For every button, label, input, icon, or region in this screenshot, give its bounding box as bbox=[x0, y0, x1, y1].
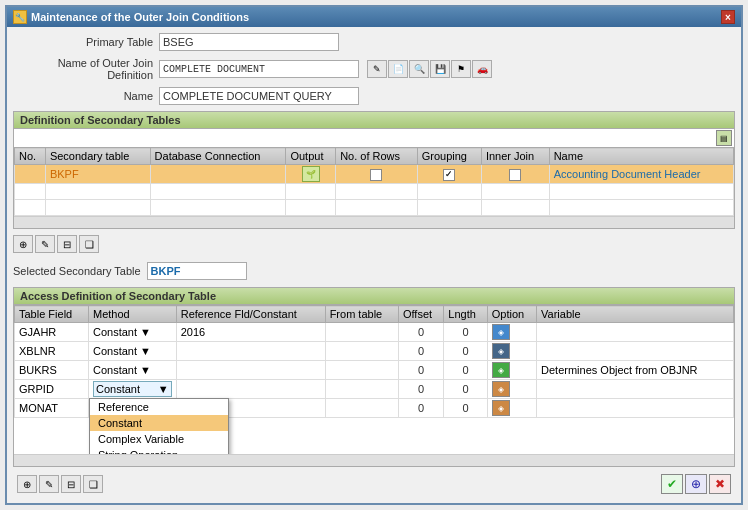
col-no-rows: No. of Rows bbox=[336, 148, 418, 165]
variable-monat bbox=[537, 399, 734, 418]
option-bukrs[interactable]: ◈ bbox=[487, 361, 536, 380]
option-monat[interactable]: ◈ bbox=[487, 399, 536, 418]
option-icon-gjahr[interactable]: ◈ bbox=[492, 324, 510, 340]
variable-grpid bbox=[537, 380, 734, 399]
acc-delete-icon[interactable]: ⊟ bbox=[61, 475, 81, 493]
option-grpid[interactable]: ◈ bbox=[487, 380, 536, 399]
length-gjahr: 0 bbox=[444, 323, 487, 342]
ref-xblnr[interactable] bbox=[176, 342, 325, 361]
table-row-empty1 bbox=[15, 184, 734, 200]
option-icon-grpid[interactable]: ◈ bbox=[492, 381, 510, 397]
method-grpid[interactable]: Constant▼ Reference Constant Complex Var… bbox=[89, 380, 177, 399]
edit-icon[interactable]: ✎ bbox=[367, 60, 387, 78]
car-icon[interactable]: 🚗 bbox=[472, 60, 492, 78]
primary-table-input[interactable] bbox=[159, 33, 339, 51]
length-bukrs: 0 bbox=[444, 361, 487, 380]
ref-gjahr[interactable]: 2016 bbox=[176, 323, 325, 342]
option-xblnr[interactable]: ◈ bbox=[487, 342, 536, 361]
output-icon[interactable]: 🌱 bbox=[302, 166, 320, 182]
window-icon: 🔧 bbox=[13, 10, 27, 24]
acc-row-bukrs: BUKRS Constant ▼ 0 0 ◈ Determines Object… bbox=[15, 361, 734, 380]
doc-icon[interactable]: 📄 bbox=[388, 60, 408, 78]
access-scrollbar-h[interactable] bbox=[14, 454, 734, 466]
selected-secondary-input[interactable] bbox=[147, 262, 247, 280]
cell-innerjoin[interactable] bbox=[481, 165, 549, 184]
confirm-close-button[interactable]: ✖ bbox=[709, 474, 731, 494]
dropdown-string-operation[interactable]: String Operation bbox=[90, 447, 228, 454]
confirm-info-button[interactable]: ⊕ bbox=[685, 474, 707, 494]
search-icon[interactable]: 🔍 bbox=[409, 60, 429, 78]
cell-db bbox=[150, 165, 286, 184]
corner-btn[interactable]: ▤ bbox=[716, 130, 732, 146]
selected-secondary-row: Selected Secondary Table bbox=[13, 262, 735, 280]
variable-xblnr bbox=[537, 342, 734, 361]
window-title: Maintenance of the Outer Join Conditions bbox=[31, 11, 249, 23]
method-gjahr[interactable]: Constant ▼ bbox=[89, 323, 177, 342]
innerjoin-checkbox[interactable] bbox=[509, 169, 521, 181]
col-db-connection: Database Connection bbox=[150, 148, 286, 165]
outer-join-input[interactable] bbox=[159, 60, 359, 78]
ref-bukrs[interactable] bbox=[176, 361, 325, 380]
save-icon[interactable]: 💾 bbox=[430, 60, 450, 78]
edit-row-icon[interactable]: ✎ bbox=[35, 235, 55, 253]
grouping-checkbox[interactable]: ✓ bbox=[443, 169, 455, 181]
secondary-bottom-toolbar: ⊕ ✎ ⊟ ❑ bbox=[13, 233, 735, 255]
cell-no bbox=[15, 165, 46, 184]
delete-row-icon[interactable]: ⊟ bbox=[57, 235, 77, 253]
secondary-tables-section: Definition of Secondary Tables ▤ No. Sec… bbox=[13, 111, 735, 229]
name-input[interactable] bbox=[159, 87, 359, 105]
col-no: No. bbox=[15, 148, 46, 165]
flag-icon[interactable]: ⚑ bbox=[451, 60, 471, 78]
table-row-empty2 bbox=[15, 200, 734, 216]
cell-table[interactable]: BKPF bbox=[45, 165, 150, 184]
method-bukrs[interactable]: Constant ▼ bbox=[89, 361, 177, 380]
option-icon-xblnr[interactable]: ◈ bbox=[492, 343, 510, 359]
method-dropdown[interactable]: Reference Constant Complex Variable Stri… bbox=[89, 398, 229, 454]
method-xblnr[interactable]: Constant ▼ bbox=[89, 342, 177, 361]
dropdown-constant[interactable]: Constant bbox=[90, 415, 228, 431]
dropdown-complex-variable[interactable]: Complex Variable bbox=[90, 431, 228, 447]
secondary-tables-header: Definition of Secondary Tables bbox=[14, 112, 734, 129]
name-row: Name bbox=[13, 87, 735, 105]
cell-grouping[interactable]: ✓ bbox=[417, 165, 481, 184]
access-bottom-toolbar: ⊕ ✎ ⊟ ❑ bbox=[17, 473, 103, 495]
secondary-tables-container: No. Secondary table Database Connection … bbox=[14, 147, 734, 216]
option-gjahr[interactable]: ◈ bbox=[487, 323, 536, 342]
acc-copy-icon[interactable]: ❑ bbox=[83, 475, 103, 493]
variable-bukrs: Determines Object from OBJNR bbox=[537, 361, 734, 380]
main-window: 🔧 Maintenance of the Outer Join Conditio… bbox=[5, 5, 743, 505]
acc-edit-icon[interactable]: ✎ bbox=[39, 475, 59, 493]
field-bukrs: BUKRS bbox=[15, 361, 89, 380]
offset-grpid: 0 bbox=[398, 380, 443, 399]
cell-output[interactable]: 🌱 bbox=[286, 165, 336, 184]
offset-gjahr: 0 bbox=[398, 323, 443, 342]
add-row-icon[interactable]: ⊕ bbox=[13, 235, 33, 253]
acc-col-field: Table Field bbox=[15, 306, 89, 323]
length-monat: 0 bbox=[444, 399, 487, 418]
access-table-container[interactable]: Table Field Method Reference Fld/Constan… bbox=[14, 305, 734, 454]
table-row[interactable]: BKPF 🌱 ✓ bbox=[15, 165, 734, 184]
scrollbar-h[interactable] bbox=[14, 216, 734, 228]
field-gjahr: GJAHR bbox=[15, 323, 89, 342]
acc-add-icon[interactable]: ⊕ bbox=[17, 475, 37, 493]
offset-xblnr: 0 bbox=[398, 342, 443, 361]
acc-col-from: From table bbox=[325, 306, 398, 323]
confirm-check-button[interactable]: ✔ bbox=[661, 474, 683, 494]
acc-col-offset: Offset bbox=[398, 306, 443, 323]
name-label: Name bbox=[13, 90, 153, 102]
acc-col-method: Method bbox=[89, 306, 177, 323]
ref-grpid[interactable] bbox=[176, 380, 325, 399]
close-button[interactable]: × bbox=[721, 10, 735, 24]
option-icon-bukrs[interactable]: ◈ bbox=[492, 362, 510, 378]
cell-norows[interactable] bbox=[336, 165, 418, 184]
col-name: Name bbox=[549, 148, 733, 165]
dropdown-reference[interactable]: Reference bbox=[90, 399, 228, 415]
copy-row-icon[interactable]: ❑ bbox=[79, 235, 99, 253]
access-section: Access Definition of Secondary Table Tab… bbox=[13, 287, 735, 467]
acc-row-xblnr: XBLNR Constant ▼ 0 0 ◈ bbox=[15, 342, 734, 361]
norows-checkbox[interactable] bbox=[370, 169, 382, 181]
option-icon-monat[interactable]: ◈ bbox=[492, 400, 510, 416]
access-header: Access Definition of Secondary Table bbox=[14, 288, 734, 305]
field-xblnr: XBLNR bbox=[15, 342, 89, 361]
cell-name: Accounting Document Header bbox=[549, 165, 733, 184]
